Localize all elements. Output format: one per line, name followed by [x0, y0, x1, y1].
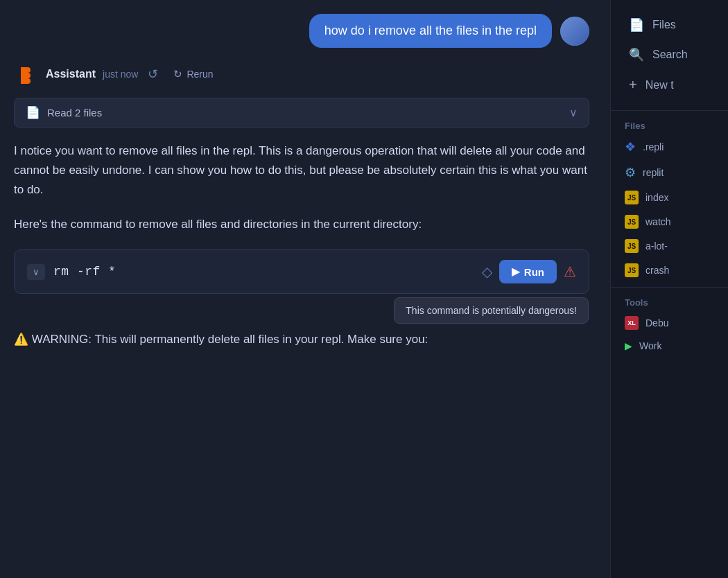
- danger-tooltip-text: This command is potentially dangerous!: [406, 305, 577, 316]
- index-js-icon: JS: [625, 191, 639, 204]
- read-files-label: Read 2 files: [47, 107, 102, 119]
- code-block-left: ∨ rm -rf *: [27, 264, 116, 280]
- warning-emoji: ⚠️: [14, 333, 28, 346]
- sidebar-divider: [611, 110, 728, 111]
- sidebar: 📄 Files 🔍 Search + New t Files ❖ .repli …: [610, 0, 728, 578]
- code-content: rm -rf *: [53, 265, 116, 279]
- work-name: Work: [639, 340, 661, 351]
- warning-text: ⚠️ WARNING: This will permanently delete…: [14, 330, 589, 349]
- alot-js-name: a-lot-: [645, 240, 668, 252]
- assistant-name-label: Assistant: [46, 68, 96, 80]
- debug-name: Debu: [645, 317, 668, 329]
- danger-warning-button[interactable]: ⚠: [564, 263, 576, 280]
- code-actions: ◇ ▶ Run ⚠: [482, 260, 576, 283]
- code-block: ∨ rm -rf * ◇ ▶ Run ⚠ This command is pot…: [14, 249, 589, 294]
- response-paragraph-2: Here's the command to remove all files a…: [14, 215, 589, 234]
- sidebar-item-new[interactable]: + New t: [615, 70, 724, 100]
- read-files-left: 📄 Read 2 files: [26, 105, 102, 120]
- files-label: Files: [652, 19, 676, 31]
- chevron-down-icon: ∨: [569, 106, 578, 119]
- watch-js-name: watch: [645, 216, 671, 227]
- crash-js-icon: JS: [625, 263, 639, 277]
- tool-item-work[interactable]: ▶ Work: [614, 335, 725, 356]
- user-message-container: how do i remove all the files in the rep…: [0, 0, 610, 55]
- run-play-icon: ▶: [512, 265, 520, 278]
- file-item-alot-js[interactable]: JS a-lot-: [614, 234, 725, 258]
- new-label: New t: [645, 79, 674, 91]
- read-files-bar[interactable]: 📄 Read 2 files ∨: [14, 98, 589, 128]
- file-item-index-js[interactable]: JS index: [614, 186, 725, 209]
- replit-config-name: .repli: [643, 141, 664, 152]
- rerun-icon: ↻: [173, 68, 182, 80]
- chat-area: how do i remove all the files in the rep…: [0, 0, 610, 578]
- search-icon: 🔍: [629, 47, 644, 62]
- rerun-button[interactable]: ↻ Rerun: [168, 65, 218, 83]
- file-item-replit-nix[interactable]: ⚙ replit: [614, 160, 725, 185]
- tools-section-label: Tools: [611, 292, 728, 310]
- stop-icon[interactable]: ↺: [148, 67, 158, 82]
- avatar-image: [560, 17, 589, 46]
- files-section-label: Files: [611, 115, 728, 134]
- sidebar-nav-section: 📄 Files 🔍 Search + New t: [611, 0, 728, 106]
- new-icon: +: [629, 77, 637, 93]
- assistant-timestamp: just now: [103, 69, 138, 80]
- sidebar-item-search[interactable]: 🔍 Search: [615, 40, 724, 69]
- file-item-replit-config[interactable]: ❖ .repli: [614, 134, 725, 159]
- file-item-watch-js[interactable]: JS watch: [614, 210, 725, 234]
- assistant-header: Assistant just now ↺ ↻ Rerun: [14, 62, 589, 87]
- tools-section: Tools XL Debu ▶ Work: [611, 292, 728, 357]
- shell-icon: ◇: [482, 263, 492, 280]
- replit-config-icon: ❖: [625, 139, 636, 155]
- file-icon: 📄: [26, 105, 40, 120]
- files-section: Files ❖ .repli ⚙ replit JS index JS watc…: [611, 115, 728, 283]
- index-js-name: index: [645, 192, 668, 203]
- assistant-logo-icon: [14, 62, 39, 87]
- search-label: Search: [652, 49, 688, 61]
- user-avatar: [560, 17, 589, 46]
- assistant-section: Assistant just now ↺ ↻ Rerun 📄 Read 2 fi…: [0, 55, 610, 578]
- run-label: Run: [524, 266, 544, 278]
- response-paragraph-1: I notice you want to remove all files in…: [14, 141, 589, 200]
- watch-js-icon: JS: [625, 215, 639, 229]
- user-message-text: how do i remove all the files in the rep…: [324, 24, 537, 37]
- warning-content: WARNING: This will permanently delete al…: [32, 333, 428, 346]
- user-message-bubble: how do i remove all the files in the rep…: [309, 14, 552, 48]
- rerun-label: Rerun: [187, 69, 213, 80]
- danger-tooltip: This command is potentially dangerous!: [394, 297, 589, 324]
- debug-icon: XL: [625, 316, 639, 330]
- tools-divider: [611, 287, 728, 288]
- tool-item-debug[interactable]: XL Debu: [614, 311, 725, 335]
- replit-nix-name: replit: [643, 167, 664, 178]
- run-tool-icon: ▶: [625, 340, 632, 351]
- files-icon: 📄: [629, 17, 644, 33]
- code-collapse-button[interactable]: ∨: [27, 264, 45, 280]
- sidebar-item-files[interactable]: 📄 Files: [615, 10, 724, 40]
- file-item-crash-js[interactable]: JS crash: [614, 259, 725, 282]
- replit-nix-icon: ⚙: [625, 165, 636, 180]
- alot-js-icon: JS: [625, 239, 639, 253]
- run-button[interactable]: ▶ Run: [499, 260, 557, 283]
- crash-js-name: crash: [645, 265, 669, 276]
